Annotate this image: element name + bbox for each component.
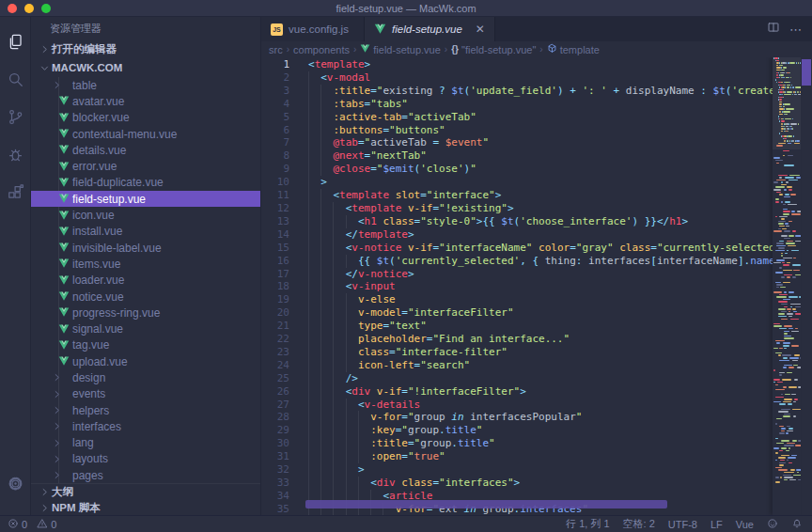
breadcrumb-item-field-setup.vue[interactable]: field-setup.vue — [360, 43, 441, 55]
code-line-9[interactable]: 9@close="$emit('close')" — [261, 163, 773, 176]
minimize-window-button[interactable] — [24, 4, 34, 13]
code-editor[interactable]: 1<template>2<v-modal3:title="existing ? … — [261, 57, 812, 515]
code-line-5[interactable]: 5:active-tab="activeTab" — [261, 111, 773, 124]
code-line-33[interactable]: 33<div class="interfaces"> — [261, 477, 773, 490]
tree-item-label: icon.vue — [31, 209, 115, 222]
tree-file-error.vue[interactable]: error.vue — [31, 158, 260, 174]
status-indicator-3[interactable]: LF — [710, 519, 723, 530]
tree-file-install.vue[interactable]: install.vue — [31, 224, 260, 240]
code-line-3[interactable]: 3:title="existing ? $t('update_field') +… — [261, 85, 773, 98]
tree-folder-table[interactable]: table — [31, 77, 260, 93]
code-line-15[interactable]: 15<v-notice v-if="interfaceName" color="… — [261, 242, 773, 255]
tree-file-notice.vue[interactable]: notice.vue — [31, 289, 260, 305]
status-indicator-1[interactable]: 空格: 2 — [623, 517, 655, 531]
code-line-10[interactable]: 10> — [261, 176, 773, 189]
activitybar-extensions-button[interactable] — [0, 175, 31, 212]
code-line-1[interactable]: 1<template> — [261, 58, 773, 71]
vue-icon — [58, 242, 70, 254]
window-controls[interactable] — [8, 4, 51, 13]
activitybar-explorer-button[interactable] — [0, 24, 31, 62]
code-line-27[interactable]: 27<v-details — [261, 399, 773, 412]
code-line-4[interactable]: 4:tabs="tabs" — [261, 98, 773, 111]
status-error-count[interactable]: 0 — [8, 518, 27, 531]
activitybar-source-control-button[interactable] — [0, 100, 31, 137]
code-line-22[interactable]: 22placeholder="Find an interface..." — [261, 333, 773, 346]
tab-label: vue.config.js — [289, 23, 349, 35]
vertical-scrollbar-thumb[interactable] — [802, 59, 811, 86]
code-line-31[interactable]: 31:open="true" — [261, 450, 773, 463]
activitybar-debug-button[interactable] — [0, 137, 31, 175]
tree-file-details.vue[interactable]: details.vue — [31, 142, 260, 158]
tree-file-upload.vue[interactable]: upload.vue — [31, 353, 260, 369]
tree-file-items.vue[interactable]: items.vue — [31, 256, 260, 272]
tree-file-field-setup.vue[interactable]: field-setup.vue — [31, 191, 260, 207]
code-line-2[interactable]: 2<v-modal — [261, 71, 773, 85]
tree-item-label: install.vue — [31, 225, 122, 238]
tree-folder-helpers[interactable]: helpers — [31, 402, 260, 418]
code-line-20[interactable]: 20v-model="interfaceFilter" — [261, 306, 773, 320]
code-line-13[interactable]: 13<h1 class="style-0">{{ $t('choose_inte… — [261, 215, 773, 228]
tree-file-icon.vue[interactable]: icon.vue — [31, 207, 260, 223]
tree-file-tag.vue[interactable]: tag.vue — [31, 337, 260, 353]
code-line-6[interactable]: 6:buttons="buttons" — [261, 124, 773, 137]
code-line-17[interactable]: 17</v-notice> — [261, 268, 773, 281]
activitybar-search-button[interactable] — [0, 62, 31, 100]
code-line-19[interactable]: 19v-else — [261, 293, 773, 306]
code-line-12[interactable]: 12<template v-if="!existing"> — [261, 202, 773, 215]
breadcrumb-item-src[interactable]: src — [269, 44, 283, 55]
code-line-28[interactable]: 28v-for="group in interfacesPopular" — [261, 411, 773, 424]
breadcrumb-item-components[interactable]: components — [293, 44, 350, 55]
tree-folder-lang[interactable]: lang — [31, 435, 260, 451]
sidebar-section-workspace[interactable]: MACWK.COM — [31, 58, 260, 77]
tree-folder-layouts[interactable]: layouts — [31, 451, 260, 467]
tree-file-progress-ring.vue[interactable]: progress-ring.vue — [31, 305, 260, 321]
code-line-32[interactable]: 32> — [261, 463, 773, 477]
close-tab-icon[interactable]: ✕ — [476, 23, 485, 35]
tree-folder-design[interactable]: design — [31, 369, 260, 385]
code-line-30[interactable]: 30:title="group.title" — [261, 437, 773, 450]
tree-folder-events[interactable]: events — [31, 386, 260, 402]
tree-file-avatar.vue[interactable]: avatar.vue — [31, 93, 260, 109]
split-editor-icon[interactable] — [767, 21, 780, 38]
code-line-14[interactable]: 14</template> — [261, 228, 773, 242]
tree-file-loader.vue[interactable]: loader.vue — [31, 273, 260, 289]
tab-vue.config.js[interactable]: JSvue.config.js — [261, 17, 365, 41]
code-line-24[interactable]: 24icon-left="search" — [261, 359, 773, 372]
minimap[interactable] — [773, 57, 801, 515]
tree-file-field-duplicate.vue[interactable]: field-duplicate.vue — [31, 175, 260, 191]
activitybar-manage-button[interactable] — [0, 466, 31, 504]
close-window-button[interactable] — [8, 4, 17, 13]
code-line-8[interactable]: 8@next="nextTab" — [261, 149, 773, 163]
activity-bar — [0, 17, 31, 515]
more-actions-icon[interactable]: ⋯ — [789, 23, 803, 37]
status-indicator-2[interactable]: UTF-8 — [668, 519, 697, 530]
code-line-21[interactable]: 21type="text" — [261, 320, 773, 333]
zoom-window-button[interactable] — [41, 4, 51, 13]
status-indicator-0[interactable]: 行 1, 列 1 — [566, 517, 609, 531]
status-smiley-button[interactable] — [767, 518, 778, 531]
breadcrumb-item-field-setup.vue[interactable]: {}"field-setup.vue" — [451, 44, 536, 55]
tree-file-signal.vue[interactable]: signal.vue — [31, 321, 260, 336]
sidebar-section-outline[interactable]: 大纲 — [31, 484, 260, 500]
code-line-26[interactable]: 26<div v-if="!interfaceFilter"> — [261, 385, 773, 399]
tree-file-invisible-label.vue[interactable]: invisible-label.vue — [31, 240, 260, 256]
tree-folder-interfaces[interactable]: interfaces — [31, 418, 260, 434]
breadcrumb-item-template[interactable]: template — [547, 43, 600, 55]
code-line-29[interactable]: 29:key="group.title" — [261, 424, 773, 437]
horizontal-scrollbar-thumb[interactable] — [305, 500, 667, 509]
code-line-18[interactable]: 18<v-input — [261, 280, 773, 293]
status-bell-button[interactable] — [791, 518, 803, 531]
tree-file-contextual-menu.vue[interactable]: contextual-menu.vue — [31, 126, 260, 142]
status-indicator-4[interactable]: Vue — [736, 519, 754, 530]
sidebar-section-open-editors[interactable]: 打开的编辑器 — [31, 39, 260, 58]
code-line-11[interactable]: 11<template slot="interface"> — [261, 189, 773, 202]
code-line-25[interactable]: 25/> — [261, 372, 773, 385]
status-warning-count[interactable]: 0 — [37, 518, 56, 531]
code-line-23[interactable]: 23class="interface-filter" — [261, 346, 773, 359]
tab-field-setup.vue[interactable]: field-setup.vue✕ — [365, 17, 495, 41]
tree-folder-pages[interactable]: pages — [31, 467, 260, 483]
sidebar-section-npm-scripts[interactable]: NPM 脚本 — [31, 500, 260, 515]
code-line-7[interactable]: 7@tab="activeTab = $event" — [261, 136, 773, 149]
code-line-16[interactable]: 16{{ $t('currently_selected', { thing: i… — [261, 255, 773, 268]
tree-file-blocker.vue[interactable]: blocker.vue — [31, 110, 260, 126]
